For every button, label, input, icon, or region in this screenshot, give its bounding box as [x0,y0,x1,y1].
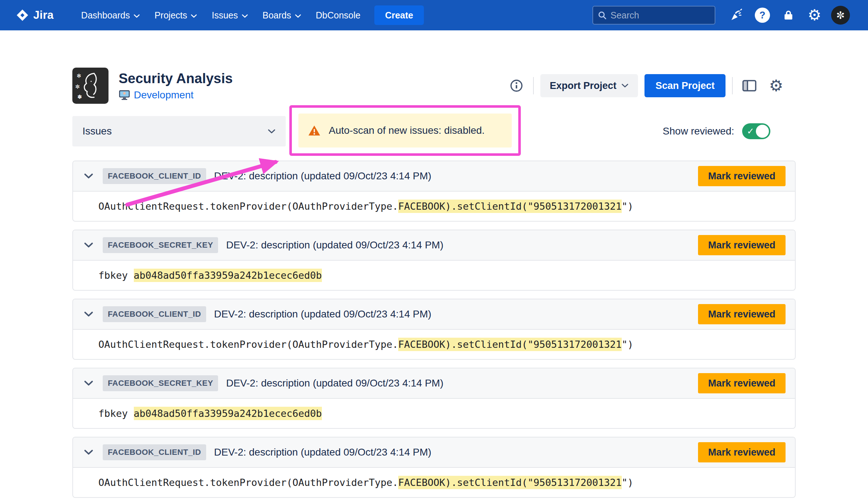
show-reviewed-label: Show reviewed: [663,125,734,137]
issue-title: DEV-2: description (updated 09/Oct/23 4:… [214,447,431,458]
nav-item-boards[interactable]: Boards [255,0,309,30]
issue-card-header: FACEBOOK_CLIENT_ID DEV-2: description (u… [73,437,795,468]
issue-card-header: FACEBOOK_CLIENT_ID DEV-2: description (u… [73,299,795,330]
issues-list: FACEBOOK_CLIENT_ID DEV-2: description (u… [72,161,796,498]
chevron-down-icon [242,14,248,18]
mark-reviewed-button[interactable]: Mark reviewed [698,304,786,324]
code-plain: fbkey [98,408,134,419]
layout-view-button[interactable] [739,76,760,96]
project-category-link[interactable]: Development [134,89,193,101]
issue-title: DEV-2: description (updated 09/Oct/23 4:… [214,170,431,182]
mark-reviewed-button[interactable]: Mark reviewed [698,442,786,462]
code-highlight: FACEBOOK).setClientId("950513172001321 [398,338,622,351]
project-settings-button[interactable]: ⚙ [766,76,786,96]
export-project-button[interactable]: Export Project [540,74,638,97]
code-highlight: FACEBOOK).setClientId("950513172001321 [398,200,622,213]
issue-type-badge: FACEBOOK_CLIENT_ID [103,168,206,184]
nav-item-label: Projects [154,10,187,21]
page-title: Security Analysis [119,71,233,86]
jira-logo-icon [16,9,29,22]
nav-item-label: DbConsole [316,10,361,21]
svg-text:✻: ✻ [77,73,81,79]
chevron-down-icon [84,173,93,179]
show-reviewed-control: Show reviewed: ✓ [663,123,770,139]
sidebar-layout-icon [742,79,757,92]
issue-card-header: FACEBOOK_CLIENT_ID DEV-2: description (u… [73,161,795,192]
issue-type-badge: FACEBOOK_CLIENT_ID [103,444,206,460]
collapse-toggle-button[interactable] [82,311,95,317]
divider [732,77,733,94]
search-input[interactable] [610,10,710,21]
mark-reviewed-button[interactable]: Mark reviewed [698,373,786,393]
nav-item-dashboards[interactable]: Dashboards [74,0,147,30]
nav-item-issues[interactable]: Issues [204,0,255,30]
svg-text:✽: ✽ [77,94,82,100]
code-plain: OAuthClientRequest.tokenProvider(OAuthPr… [98,339,398,350]
toggle-knob [756,125,769,138]
nav-item-label: Dashboards [81,10,130,21]
issues-filter-dropdown[interactable]: Issues [72,116,286,146]
global-search[interactable] [592,6,715,25]
nav-item-label: Issues [212,10,238,21]
help-button[interactable]: ? [749,0,775,30]
collapse-toggle-button[interactable] [82,449,95,455]
code-plain: ") [622,477,634,488]
nav-item-projects[interactable]: Projects [147,0,204,30]
issue-code-snippet: OAuthClientRequest.tokenProvider(OAuthPr… [73,330,795,359]
nav-item-dbconsole[interactable]: DbConsole [309,0,368,30]
gear-icon: ⚙ [769,78,783,94]
scan-project-button[interactable]: Scan Project [644,74,726,97]
gear-icon: ⚙ [808,8,821,23]
announcement-button[interactable] [723,0,749,30]
issue-card: FACEBOOK_SECRET_KEY DEV-2: description (… [72,368,796,429]
nav-item-label: Boards [263,10,291,21]
mark-reviewed-button[interactable]: Mark reviewed [698,166,786,186]
warning-message: Auto-scan of new issues: disabled. [329,125,485,136]
issue-code-snippet: OAuthClientRequest.tokenProvider(OAuthPr… [73,192,795,221]
chevron-down-icon [295,14,301,18]
project-category-row: Development [119,89,233,101]
code-highlight: ab048ad50ffa33959a242b1ecec6ed0b [134,269,322,282]
info-icon [509,78,524,93]
question-icon: ? [755,8,770,23]
code-highlight: ab048ad50ffa33959a242b1ecec6ed0b [134,407,322,420]
issue-code-snippet: OAuthClientRequest.tokenProvider(OAuthPr… [73,468,795,497]
security-button[interactable] [775,0,801,30]
issue-code-snippet: fbkey ab048ad50ffa33959a242b1ecec6ed0b [73,261,795,290]
user-avatar-button[interactable]: ✼ [827,0,854,30]
create-button[interactable]: Create [374,5,424,25]
issue-card: FACEBOOK_CLIENT_ID DEV-2: description (u… [72,437,796,498]
issue-card: FACEBOOK_CLIENT_ID DEV-2: description (u… [72,161,796,222]
code-plain: OAuthClientRequest.tokenProvider(OAuthPr… [98,201,398,212]
settings-button[interactable]: ⚙ [801,0,827,30]
show-reviewed-toggle[interactable]: ✓ [742,123,770,139]
issue-title: DEV-2: description (updated 09/Oct/23 4:… [214,308,431,320]
issue-card: FACEBOOK_SECRET_KEY DEV-2: description (… [72,230,796,291]
collapse-toggle-button[interactable] [82,242,95,248]
chevron-down-icon [191,14,197,18]
export-project-label: Export Project [550,80,617,91]
info-button[interactable] [506,76,527,96]
project-header: ✻ ✼ ✽ Security Analysis Development [72,68,796,104]
monitor-icon [119,90,130,101]
issue-card-header: FACEBOOK_SECRET_KEY DEV-2: description (… [73,230,795,261]
svg-text:✼: ✼ [75,84,80,90]
warning-icon [308,125,321,136]
issue-type-badge: FACEBOOK_SECRET_KEY [103,375,218,391]
chevron-down-icon [621,84,629,88]
top-nav: Jira Dashboards Projects Issues Boards D… [0,0,868,30]
issues-filter-value: Issues [82,125,112,137]
mark-reviewed-button[interactable]: Mark reviewed [698,235,786,255]
main-content: ✻ ✼ ✽ Security Analysis Development [0,68,868,498]
chevron-down-icon [84,380,93,386]
jira-brand[interactable]: Jira [16,9,54,22]
lock-icon [783,9,794,21]
chevron-down-icon [84,242,93,248]
filter-toolbar: Issues Auto-scan of new issues: disabled… [72,116,796,146]
project-info: Security Analysis Development [119,71,233,101]
issue-code-snippet: fbkey ab048ad50ffa33959a242b1ecec6ed0b [73,399,795,428]
collapse-toggle-button[interactable] [82,173,95,179]
header-actions: Export Project Scan Project ⚙ [506,74,786,97]
collapse-toggle-button[interactable] [82,380,95,386]
divider [533,77,534,94]
